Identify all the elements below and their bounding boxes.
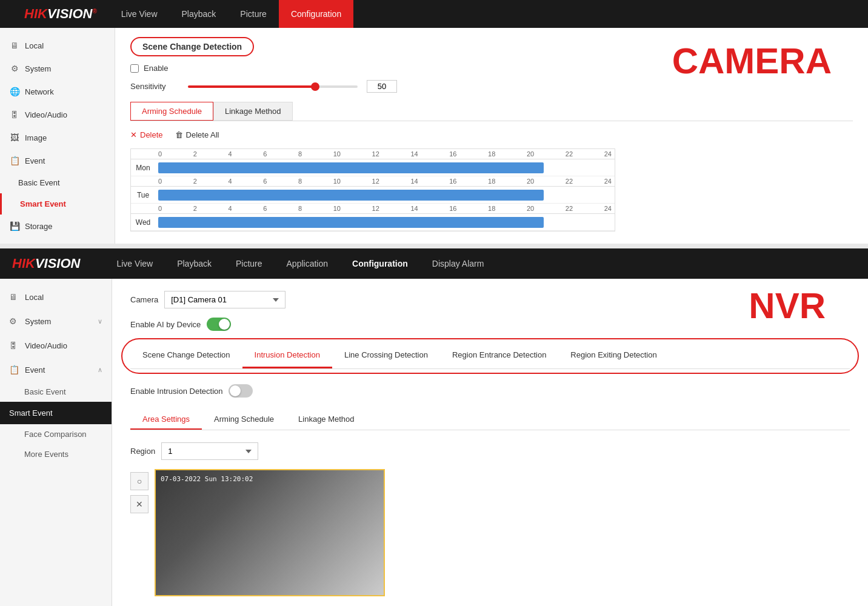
nvr-sidebar-local[interactable]: 🖥 Local — [0, 285, 112, 309]
event-icon: 📋 — [9, 155, 20, 166]
enable-checkbox[interactable] — [130, 64, 139, 73]
nvr-sidebar-smart-event[interactable]: Smart Event — [0, 402, 112, 424]
nvr-big-label: NVR — [749, 285, 826, 327]
region-row: Region 1 — [130, 442, 850, 460]
camera-logo: HIKVISION® — [12, 0, 109, 28]
nvr-sidebar-face-comparison[interactable]: Face Comparison — [0, 424, 112, 444]
enable-ai-label: Enable AI by Device — [130, 320, 201, 329]
video-timestamp: 07-03-2022 Sun 13:20:02 — [161, 475, 253, 483]
camera-select-row: Camera [D1] Camera 01 — [130, 291, 749, 308]
mon-bar-container — [158, 162, 612, 173]
nvr-nav-picture[interactable]: Picture — [224, 248, 275, 279]
nvr-sidebar-label-video-audio: Video/Audio — [25, 341, 67, 350]
event-expand-arrow: ∧ — [98, 366, 102, 374]
nvr-local-icon: 🖥 — [9, 291, 20, 302]
camera-sidebar: 🖥 Local ⚙ System 🌐 Network 🎛 Video/Audio… — [0, 28, 115, 244]
system-icon: ⚙ — [9, 63, 20, 74]
scene-change-title: Scene Change Detection — [130, 37, 254, 56]
nvr-logo-hik: HIK — [12, 256, 35, 271]
schedule-row-mon[interactable]: Mon — [131, 159, 615, 176]
region-label: Region — [130, 447, 155, 456]
sidebar-label-smart-event: Smart Event — [20, 199, 66, 208]
sidebar-label-event: Event — [25, 156, 45, 165]
sidebar-item-video-audio[interactable]: 🎛 Video/Audio — [0, 103, 115, 126]
nvr-nav-links: Live View Playback Picture Application C… — [104, 248, 496, 279]
wed-bar-container — [158, 217, 612, 228]
slider-thumb — [311, 82, 319, 91]
sidebar-label-local: Local — [25, 41, 44, 50]
polygon-icon: ○ — [137, 476, 142, 486]
nvr-sidebar-label-local: Local — [25, 293, 44, 302]
sidebar-item-local[interactable]: 🖥 Local — [0, 34, 115, 57]
sidebar-label-storage: Storage — [25, 222, 53, 231]
nvr-content: NVR Camera [D1] Camera 01 Enable AI by D… — [112, 279, 868, 606]
area-tab-arming[interactable]: Arming Schedule — [202, 410, 286, 430]
nvr-sidebar-system[interactable]: ⚙ System ∨ — [0, 309, 112, 333]
tab-intrusion[interactable]: Intrusion Detection — [242, 343, 332, 368]
sidebar-item-image[interactable]: 🖼 Image — [0, 126, 115, 149]
trash-icon: 🗑 — [175, 130, 183, 139]
tab-region-exiting[interactable]: Region Exiting Detection — [558, 343, 669, 368]
delete-button[interactable]: ✕ Delete — [130, 130, 163, 139]
sidebar-item-basic-event[interactable]: Basic Event — [0, 172, 115, 193]
system-expand-arrow: ∨ — [98, 318, 102, 325]
nvr-sidebar-video-audio[interactable]: 🎛 Video/Audio — [0, 333, 112, 358]
sidebar-label-video-audio: Video/Audio — [25, 110, 67, 119]
sidebar-item-event[interactable]: 📋 Event — [0, 149, 115, 172]
nvr-sidebar-more-events[interactable]: More Events — [0, 444, 112, 464]
sidebar-label-network: Network — [25, 87, 54, 96]
nav-live-view[interactable]: Live View — [109, 0, 170, 28]
nvr-nav-playback[interactable]: Playback — [165, 248, 224, 279]
nvr-nav-application[interactable]: Application — [275, 248, 341, 279]
sidebar-item-smart-event[interactable]: Smart Event — [0, 193, 115, 215]
area-tabs-row: Area Settings Arming Schedule Linkage Me… — [130, 410, 850, 430]
area-tab-settings[interactable]: Area Settings — [130, 410, 202, 430]
nvr-logo-vision: VISION — [35, 256, 81, 271]
arming-schedule-tab[interactable]: Arming Schedule — [130, 102, 213, 121]
sidebar-item-network[interactable]: 🌐 Network — [0, 80, 115, 103]
day-mon: Mon — [131, 164, 155, 172]
nav-picture[interactable]: Picture — [228, 0, 279, 28]
nav-configuration[interactable]: Configuration — [279, 0, 353, 28]
logo-hik: HIK — [24, 6, 47, 21]
camera-big-label: CAMERA — [672, 40, 832, 82]
sidebar-item-storage[interactable]: 💾 Storage — [0, 215, 115, 238]
nvr-sidebar-basic-event[interactable]: Basic Event — [0, 382, 112, 402]
clear-tool[interactable]: ✕ — [130, 495, 149, 513]
area-tab-linkage[interactable]: Linkage Method — [286, 410, 367, 430]
nvr-sidebar-event[interactable]: 📋 Event ∧ — [0, 358, 112, 382]
video-preview: 07-03-2022 Sun 13:20:02 — [155, 469, 385, 596]
region-select-dropdown[interactable]: 1 — [161, 442, 258, 460]
sensitivity-value-input[interactable] — [367, 80, 397, 93]
schedule-row-wed[interactable]: Wed — [131, 214, 615, 231]
detection-tabs: Scene Change Detection Intrusion Detecti… — [130, 343, 850, 369]
mon-bar — [158, 162, 544, 173]
video-audio-icon: 🎛 — [9, 109, 20, 120]
enable-ai-toggle[interactable] — [207, 318, 231, 331]
nav-playback[interactable]: Playback — [170, 0, 229, 28]
sidebar-item-system[interactable]: ⚙ System — [0, 57, 115, 80]
nvr-section: HIKVISION Live View Playback Picture App… — [0, 248, 868, 606]
schedule-header: 02 46 810 1214 1618 2022 24 — [131, 149, 615, 159]
tab-scene-change[interactable]: Scene Change Detection — [130, 343, 242, 368]
draw-polygon-tool[interactable]: ○ — [130, 472, 149, 490]
delete-all-button[interactable]: 🗑 Delete All — [175, 130, 219, 139]
sidebar-label-system: System — [25, 64, 51, 73]
tue-bar — [158, 190, 544, 201]
nvr-body: 🖥 Local ⚙ System ∨ 🎛 Video/Audio 📋 Event… — [0, 279, 868, 606]
camera-section: HIKVISION® Live View Playback Picture Co… — [0, 0, 868, 244]
schedule-row-tue[interactable]: Tue — [131, 187, 615, 204]
enable-intrusion-toggle[interactable] — [229, 384, 253, 398]
nvr-nav-configuration[interactable]: Configuration — [340, 248, 420, 279]
tab-line-crossing[interactable]: Line Crossing Detection — [332, 343, 440, 368]
enable-label: Enable — [144, 64, 168, 73]
image-icon: 🖼 — [9, 132, 20, 143]
linkage-method-tab[interactable]: Linkage Method — [213, 102, 293, 121]
tab-region-entrance[interactable]: Region Entrance Detection — [440, 343, 558, 368]
sensitivity-slider[interactable] — [188, 85, 358, 88]
nvr-nav-live-view[interactable]: Live View — [104, 248, 165, 279]
sensitivity-row: Sensitivity — [130, 80, 853, 93]
camera-select-dropdown[interactable]: [D1] Camera 01 — [164, 291, 285, 308]
day-wed: Wed — [131, 218, 155, 227]
nvr-nav-display-alarm[interactable]: Display Alarm — [420, 248, 496, 279]
